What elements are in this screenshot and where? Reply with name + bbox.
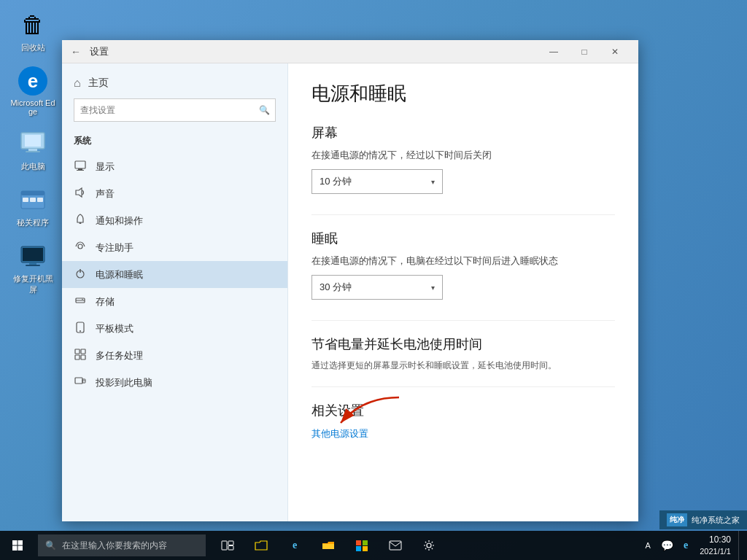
display-icon [74,160,87,174]
svg-rect-35 [18,540,23,545]
sidebar-item-label: 投影到此电脑 [96,376,152,389]
svg-rect-2 [28,149,37,151]
sidebar-section-title: 系统 [62,132,287,153]
svg-rect-40 [228,546,233,551]
sidebar-item-storage[interactable]: 存储 [62,288,287,315]
edge-icon[interactable]: e Microsoft Edge [7,63,58,119]
svg-rect-27 [81,349,85,354]
sleep-dropdown[interactable]: 30 分钟 ▾ [311,275,443,300]
svg-rect-38 [222,541,227,550]
screen-heading: 屏幕 [311,124,615,141]
sound-icon [74,187,87,201]
svg-rect-36 [12,546,18,551]
svg-rect-7 [30,198,36,202]
svg-point-25 [80,330,81,332]
close-button[interactable]: ✕ [600,40,630,63]
svg-rect-10 [23,248,43,261]
system-clock[interactable]: 10:30 2021/1/1 [694,534,737,557]
sidebar-item-multitask[interactable]: 多任务处理 [62,342,287,369]
folder-taskbar-button[interactable] [312,531,344,560]
svg-rect-45 [390,541,401,550]
svg-rect-12 [26,265,40,266]
app2-icon[interactable]: 修复开机黑屏 [7,238,58,298]
svg-rect-6 [23,198,28,202]
svg-rect-29 [81,355,85,359]
show-desktop-button[interactable] [738,531,743,560]
recycle-bin-icon[interactable]: 🗑 回收站 [7,7,58,56]
sidebar-item-project[interactable]: 投影到此电脑 [62,369,287,396]
svg-rect-42 [363,540,368,545]
taskbar: 🔍 在这里输入你要搜索的内容 e [0,531,747,560]
sidebar-item-label: 通知和操作 [96,214,143,228]
file-explorer-button[interactable] [245,531,277,560]
content-area: 电源和睡眠 屏幕 在接通电源的情况下，经过以下时间后关闭 10 分钟 ▾ 睡眠 … [288,63,638,521]
sidebar-search-input[interactable] [74,98,276,122]
minimize-button[interactable]: — [539,40,568,63]
battery-desc: 通过选择更短的屏幕显示时长和睡眠设置，延长电池使用时间。 [311,359,615,372]
watermark: 纯净 纯净系统之家 [659,510,747,529]
sidebar-item-notifications[interactable]: 通知和操作 [62,207,287,234]
sidebar-item-power[interactable]: 电源和睡眠 [62,261,287,288]
desktop: 🗑 回收站 e Microsoft Edge 此电脑 [0,0,747,560]
edge-taskbar-button[interactable]: e [279,531,311,560]
screen-dropdown[interactable]: 10 分钟 ▾ [311,169,443,194]
svg-point-46 [427,543,431,548]
sidebar-item-label: 平板模式 [96,322,133,335]
svg-rect-28 [75,355,80,359]
sidebar-item-focus[interactable]: 专注助手 [62,234,287,261]
svg-rect-1 [25,135,41,147]
related-heading: 相关设置 [311,402,615,419]
clock-time: 10:30 [700,534,731,546]
mail-taskbar-button[interactable] [379,531,411,560]
clock-date: 2021/1/1 [700,546,731,557]
notification-icon [74,214,87,228]
task-view-button[interactable] [212,531,244,560]
battery-section: 节省电量并延长电池使用时间 通过选择更短的屏幕显示时长和睡眠设置，延长电池使用时… [311,335,615,372]
sidebar-search-container: 🔍 [74,98,276,122]
sidebar-item-label: 专注助手 [96,241,133,254]
window-back-button[interactable]: ← [71,46,81,58]
svg-rect-8 [37,198,43,202]
this-pc-icon[interactable]: 此电脑 [7,126,58,175]
svg-rect-26 [75,349,80,354]
taskbar-search-bar[interactable]: 🔍 在这里输入你要搜索的内容 [38,534,206,556]
maximize-button[interactable]: □ [570,40,599,63]
edge-tray-button[interactable]: e [679,531,692,560]
power-icon [74,268,87,281]
svg-rect-11 [29,262,36,265]
svg-rect-41 [356,540,361,545]
sidebar-item-tablet[interactable]: 平板模式 [62,315,287,342]
language-indicator[interactable]: A [641,531,655,560]
divider-3 [311,386,615,387]
language-label: A [646,541,651,550]
other-power-settings-link[interactable]: 其他电源设置 [311,428,368,439]
svg-marker-16 [76,188,82,197]
window-title: 设置 [90,45,109,58]
settings-taskbar-button[interactable] [413,531,445,560]
svg-rect-39 [228,541,233,545]
screen-dropdown-value: 10 分钟 [320,175,352,188]
notification-center-button[interactable]: 💬 [657,531,678,560]
sidebar-home-label: 主页 [88,77,109,90]
svg-rect-34 [12,540,18,545]
related-section: 相关设置 其他电源设置 [311,402,615,440]
taskbar-search-icon: 🔍 [45,540,56,551]
store-taskbar-button[interactable] [346,531,378,560]
app1-icon[interactable]: 秘关程序 [7,182,58,231]
divider-2 [311,320,615,321]
storage-icon [74,295,87,308]
sidebar-item-sound[interactable]: 声音 [62,180,287,207]
sleep-dropdown-chevron-icon: ▾ [431,284,435,292]
settings-window: ← 设置 — □ ✕ ⌂ 主页 🔍 系统 [62,40,638,521]
sleep-dropdown-value: 30 分钟 [320,281,352,294]
page-title: 电源和睡眠 [311,81,615,106]
sleep-desc: 在接通电源的情况下，电脑在经过以下时间后进入睡眠状态 [311,254,615,268]
sidebar-item-label: 存储 [96,295,115,308]
sidebar-home-item[interactable]: ⌂ 主页 [62,71,287,98]
watermark-logo: 纯净 [667,513,687,526]
window-controls: — □ ✕ [539,40,630,63]
sidebar-item-display[interactable]: 显示 [62,153,287,180]
window-titlebar: ← 设置 — □ ✕ [62,40,638,63]
start-button[interactable] [0,531,35,560]
project-icon [74,376,87,389]
